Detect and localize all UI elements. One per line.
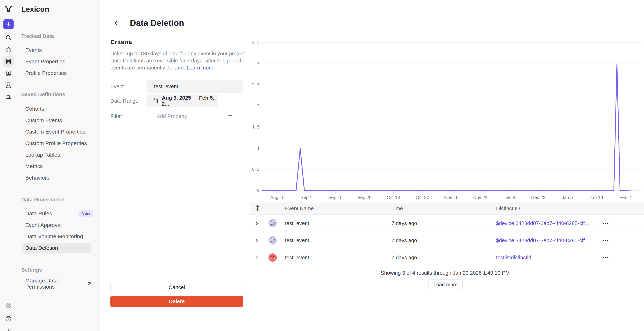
help-icon[interactable]	[3, 313, 14, 324]
sidebar-item-events[interactable]: Events	[22, 45, 92, 55]
section-data-governance: Data Governance	[21, 197, 64, 203]
search-icon[interactable]	[3, 33, 14, 43]
page-title: Data Deletion	[130, 18, 184, 28]
sidebar-item-data-rules[interactable]: Data Rules New	[22, 208, 92, 219]
table-row: › test_event 7 days ago $device:3428dd07…	[250, 214, 644, 232]
sidebar-item-event-approval[interactable]: Event Approval	[22, 220, 92, 230]
lexicon-data-icon[interactable]	[3, 56, 14, 67]
calendar-icon	[152, 98, 158, 104]
add-filter-plus-icon[interactable]	[226, 112, 234, 120]
avatar	[268, 236, 277, 244]
filter-field-label: Filter	[110, 113, 122, 119]
svg-text:2.5: 2.5	[252, 83, 260, 87]
row-menu-icon[interactable]: •••	[602, 237, 609, 243]
date-range-field-label: Date Range	[110, 98, 138, 104]
cancel-button[interactable]: Cancel	[110, 282, 243, 293]
svg-text:Jan 5: Jan 5	[562, 195, 573, 200]
settings-gear-icon[interactable]	[3, 327, 14, 331]
section-saved-definitions: Saved Definitions	[21, 92, 65, 98]
svg-text:1: 1	[257, 146, 260, 151]
cell-event-name: test_event	[285, 220, 309, 226]
sidebar-item-metrics[interactable]: Metrics	[22, 161, 92, 171]
feature-flags-toggle-icon[interactable]	[3, 92, 14, 103]
add-property-button[interactable]: Add Property	[156, 113, 187, 119]
criteria-heading: Criteria	[110, 39, 132, 46]
column-header-event-name[interactable]: Event Name	[285, 206, 314, 211]
cell-distinct-id-link[interactable]: testlistdistinctid	[496, 254, 531, 260]
svg-text:Dec 8: Dec 8	[504, 195, 515, 200]
event-trend-chart: 00.511.522.533.5Aug 18Sep 1Sep 15Sep 29O…	[250, 36, 644, 204]
load-more-button[interactable]: Load more	[428, 279, 463, 290]
cell-event-name: test_event	[285, 254, 309, 260]
section-tracked-data: Tracked Data	[21, 33, 54, 39]
avatar	[268, 219, 277, 227]
learn-more-link[interactable]: Learn more.	[186, 65, 215, 71]
svg-text:Oct 27: Oct 27	[416, 195, 429, 200]
svg-text:Sep 29: Sep 29	[357, 195, 372, 200]
sidebar-item-behaviors[interactable]: Behaviors	[22, 173, 92, 183]
svg-text:Feb 2: Feb 2	[620, 195, 631, 200]
svg-text:2: 2	[257, 104, 260, 108]
cell-time: 7 days ago	[392, 220, 417, 226]
event-select[interactable]: test_event	[146, 80, 243, 93]
table-row: › test_event 7 days ago testlistdistinct…	[250, 249, 644, 266]
expand-row-icon[interactable]: ›	[256, 237, 258, 244]
lexicon-sidebar: Lexicon Tracked Data Events Event Proper…	[17, 0, 100, 331]
back-button[interactable]	[113, 19, 122, 27]
new-badge: New	[78, 210, 93, 217]
svg-text:Aug 18: Aug 18	[270, 195, 284, 200]
cell-time: 7 days ago	[392, 237, 417, 243]
sidebar-item-data-deletion[interactable]: Data Deletion	[22, 243, 92, 253]
cell-event-name: test_event	[285, 237, 309, 243]
mixpanel-logo-icon[interactable]	[3, 4, 14, 15]
create-plus-button[interactable]	[3, 19, 14, 30]
svg-text:3: 3	[257, 61, 260, 66]
sidebar-item-custom-profile-properties[interactable]: Custom Profile Properties	[22, 138, 92, 149]
boards-video-icon[interactable]	[3, 68, 14, 79]
line-chart-svg: 00.511.522.533.5Aug 18Sep 1Sep 15Sep 29O…	[250, 36, 644, 204]
sidebar-item-profile-properties[interactable]: Profile Properties	[22, 68, 92, 78]
sidebar-item-custom-event-properties[interactable]: Custom Event Properties	[22, 127, 92, 137]
criteria-description: Delete up to 180 days of data for any ev…	[110, 50, 248, 71]
section-settings: Settings	[21, 267, 42, 273]
svg-text:3.5: 3.5	[252, 40, 260, 45]
column-header-time[interactable]: Time	[392, 206, 403, 211]
sidebar-title: Lexicon	[21, 5, 49, 14]
cell-distinct-id-link[interactable]: $device:3428dd07-3eb7-4f40-8285-cff...	[496, 220, 589, 226]
sidebar-item-cohorts[interactable]: Cohorts	[22, 104, 92, 114]
home-icon[interactable]	[3, 44, 14, 55]
sidebar-item-data-volume-monitoring[interactable]: Data Volume Monitoring	[22, 231, 92, 242]
sidebar-item-event-properties[interactable]: Event Properties	[22, 56, 92, 67]
avatar	[268, 253, 277, 262]
results-summary: Showing 3 of 4 results through Jan 29 20…	[250, 270, 640, 276]
row-menu-icon[interactable]: •••	[602, 255, 609, 260]
experiments-flask-icon[interactable]	[3, 80, 14, 91]
expand-row-icon[interactable]: ›	[256, 220, 258, 226]
svg-text:Sep 15: Sep 15	[328, 195, 342, 200]
cell-distinct-id-link[interactable]: $device:3428dd07-3eb7-4f40-8285-cff...	[496, 237, 589, 243]
svg-text:0: 0	[257, 188, 260, 193]
sort-icon[interactable]	[255, 204, 260, 213]
expand-row-icon[interactable]: ›	[256, 254, 258, 261]
svg-text:Sep 1: Sep 1	[300, 195, 312, 200]
table-row: › test_event 7 days ago $device:3428dd07…	[250, 232, 644, 249]
event-field-label: Event	[110, 84, 124, 90]
svg-text:Nov 24: Nov 24	[473, 195, 488, 200]
events-table: Event Name Time Distinct ID › test_event…	[250, 202, 644, 266]
date-range-picker[interactable]: Aug 9, 2025 — Feb 5, 2...	[146, 94, 218, 107]
sidebar-item-manage-data-permissions[interactable]: Manage Data Permissions	[22, 278, 92, 289]
svg-text:0.5: 0.5	[252, 167, 260, 172]
svg-text:Nov 10: Nov 10	[444, 195, 458, 200]
row-menu-icon[interactable]: •••	[602, 220, 609, 226]
column-header-distinct-id[interactable]: Distinct ID	[496, 206, 520, 211]
external-link-icon	[87, 281, 92, 286]
apps-grid-icon[interactable]	[3, 300, 14, 311]
sidebar-item-custom-events[interactable]: Custom Events	[22, 115, 92, 126]
svg-text:Dec 22: Dec 22	[531, 195, 545, 200]
delete-button[interactable]: Delete	[110, 296, 243, 307]
svg-text:Oct 13: Oct 13	[387, 195, 400, 200]
svg-text:Jan 19: Jan 19	[590, 195, 603, 200]
svg-text:1.5: 1.5	[252, 125, 260, 129]
icon-rail	[0, 0, 17, 331]
sidebar-item-lookup-tables[interactable]: Lookup Tables	[22, 150, 92, 160]
